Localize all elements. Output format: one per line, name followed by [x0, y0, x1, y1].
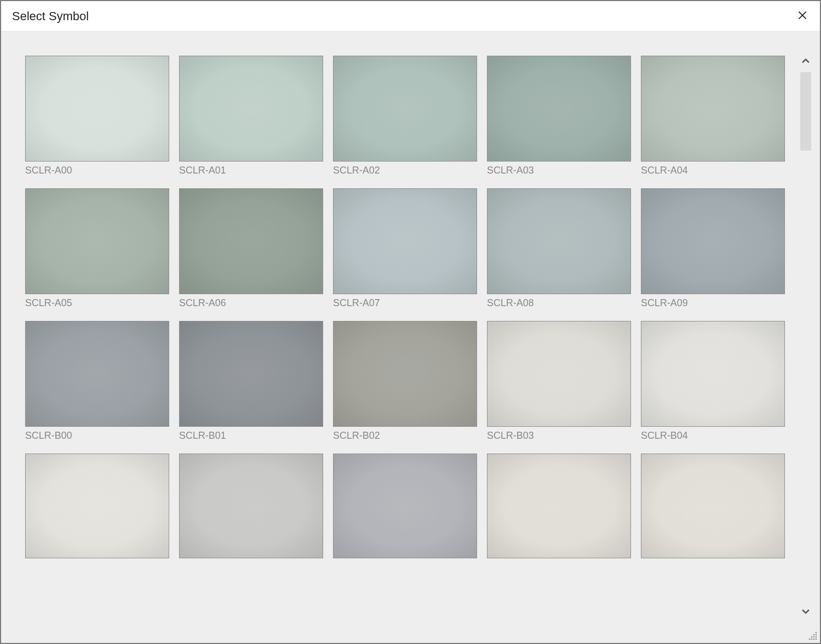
scrollbar	[799, 56, 812, 619]
symbol-cell: SCLR-B04	[641, 321, 785, 442]
symbol-swatch[interactable]	[333, 321, 477, 427]
symbol-cell: SCLR-A03	[487, 56, 631, 176]
symbol-label: SCLR-B04	[641, 430, 785, 442]
symbol-cell	[179, 454, 323, 558]
symbol-swatch[interactable]	[25, 321, 169, 427]
resize-grip-icon	[808, 633, 818, 642]
symbol-swatch[interactable]	[179, 56, 323, 162]
symbol-label: SCLR-A07	[333, 297, 477, 309]
symbol-cell: SCLR-A04	[641, 56, 785, 176]
dialog-title: Select Symbol	[12, 9, 89, 23]
symbol-swatch[interactable]	[641, 321, 785, 427]
symbol-label: SCLR-A04	[641, 165, 785, 176]
symbol-label: SCLR-B01	[179, 430, 323, 442]
symbol-label: SCLR-A08	[487, 297, 631, 309]
symbol-swatch[interactable]	[333, 454, 477, 558]
svg-point-9	[811, 639, 813, 640]
symbol-cell: SCLR-B03	[487, 321, 631, 442]
symbol-swatch[interactable]	[179, 188, 323, 294]
scroll-up-button[interactable]	[799, 56, 812, 69]
close-button[interactable]	[796, 10, 809, 23]
symbol-cell: SCLR-B01	[179, 321, 323, 442]
symbol-swatch[interactable]	[333, 188, 477, 294]
svg-point-5	[811, 636, 813, 638]
symbol-label: SCLR-A01	[179, 165, 323, 176]
symbol-label: SCLR-B00	[25, 430, 169, 442]
symbol-swatch[interactable]	[25, 188, 169, 294]
symbol-cell: SCLR-A09	[641, 188, 785, 309]
symbol-cell: SCLR-A08	[487, 188, 631, 309]
symbol-cell: SCLR-A05	[25, 188, 169, 309]
symbol-cell: SCLR-A07	[333, 188, 477, 309]
symbol-cell: SCLR-A01	[179, 56, 323, 176]
svg-point-2	[816, 632, 817, 634]
symbol-label: SCLR-A02	[333, 165, 477, 176]
chevron-up-icon	[800, 56, 811, 69]
symbol-label: SCLR-A09	[641, 297, 785, 309]
symbol-swatch[interactable]	[179, 321, 323, 427]
symbol-swatch[interactable]	[179, 454, 323, 558]
symbol-label: SCLR-A00	[25, 165, 169, 176]
symbol-swatch[interactable]	[487, 188, 631, 294]
symbol-cell: SCLR-B00	[25, 321, 169, 442]
symbol-swatch[interactable]	[487, 321, 631, 427]
select-symbol-dialog: Select Symbol SCLR-A00SCLR-A01SCLR-A02SC…	[0, 0, 821, 644]
symbol-grid: SCLR-A00SCLR-A01SCLR-A02SCLR-A03SCLR-A04…	[25, 56, 787, 558]
svg-point-3	[813, 634, 815, 636]
symbol-swatch[interactable]	[487, 56, 631, 162]
svg-point-6	[813, 636, 815, 638]
symbol-swatch[interactable]	[641, 188, 785, 294]
symbol-swatch[interactable]	[25, 56, 169, 162]
symbol-swatch[interactable]	[641, 56, 785, 162]
symbol-cell	[487, 454, 631, 558]
symbol-cell	[25, 454, 169, 558]
svg-point-8	[809, 639, 811, 640]
scroll-track[interactable]	[800, 72, 811, 603]
symbol-cell	[641, 454, 785, 558]
symbol-cell: SCLR-B02	[333, 321, 477, 442]
symbol-swatch[interactable]	[487, 454, 631, 558]
symbol-swatch[interactable]	[25, 454, 169, 558]
chevron-down-icon	[800, 606, 811, 619]
scroll-down-button[interactable]	[799, 606, 812, 619]
svg-point-11	[816, 639, 817, 640]
symbol-swatch[interactable]	[641, 454, 785, 558]
scroll-thumb[interactable]	[800, 72, 811, 151]
symbol-cell: SCLR-A02	[333, 56, 477, 176]
resize-grip[interactable]	[808, 631, 818, 641]
symbol-label: SCLR-A05	[25, 297, 169, 309]
dialog-body: SCLR-A00SCLR-A01SCLR-A02SCLR-A03SCLR-A04…	[1, 32, 820, 643]
close-icon	[797, 10, 808, 23]
symbol-label: SCLR-A03	[487, 165, 631, 176]
symbol-cell: SCLR-A06	[179, 188, 323, 309]
symbol-swatch[interactable]	[333, 56, 477, 162]
svg-point-10	[813, 639, 815, 640]
symbol-label: SCLR-B03	[487, 430, 631, 442]
symbol-cell	[333, 454, 477, 558]
symbol-cell: SCLR-A00	[25, 56, 169, 176]
symbol-label: SCLR-B02	[333, 430, 477, 442]
svg-point-7	[816, 636, 817, 638]
symbol-label: SCLR-A06	[179, 297, 323, 309]
titlebar: Select Symbol	[1, 1, 820, 32]
svg-point-4	[816, 634, 817, 636]
